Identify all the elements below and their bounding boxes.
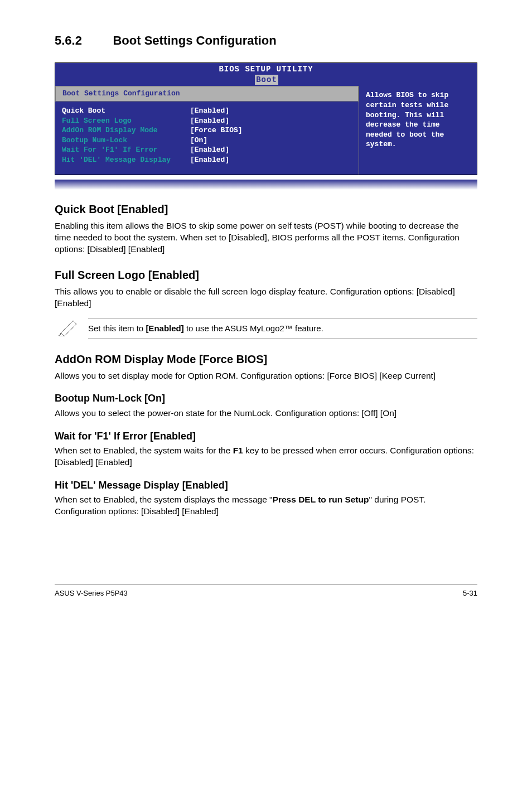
bios-setting-label: Full Screen Logo bbox=[62, 116, 190, 126]
bios-setting-label: Quick Boot bbox=[62, 106, 190, 116]
text-numlock: Allows you to select the power-on state … bbox=[55, 408, 477, 419]
pencil-icon bbox=[55, 317, 83, 340]
bios-setting-label: Wait For 'F1' If Error bbox=[62, 145, 190, 155]
bios-active-tab: Boot bbox=[255, 75, 278, 85]
hitdel-pre: When set to Enabled, the system displays… bbox=[55, 495, 273, 504]
bios-title-bar: BIOS SETUP UTILITY Boot bbox=[55, 63, 477, 86]
bios-setting-value: [Enabled] bbox=[190, 145, 229, 155]
bios-setting-value: [Enabled] bbox=[190, 116, 229, 126]
bios-settings-list: Quick Boot[Enabled] Full Screen Logo[Ena… bbox=[62, 106, 352, 165]
heading-full-screen: Full Screen Logo [Enabled] bbox=[55, 268, 477, 283]
heading-quick-boot: Quick Boot [Enabled] bbox=[55, 202, 477, 217]
note-post: to use the ASUS MyLogo2™ feature. bbox=[184, 323, 323, 333]
bios-content: Boot Settings Configuration Quick Boot[E… bbox=[55, 86, 477, 175]
heading-addon: AddOn ROM Display Mode [Force BIOS] bbox=[55, 352, 477, 367]
section-number: 5.6.2 bbox=[55, 32, 110, 49]
hitdel-bold: Press DEL to run Setup bbox=[273, 495, 369, 504]
text-full-screen: This allows you to enable or disable the… bbox=[55, 286, 477, 310]
bios-row: Hit 'DEL' Message Display[Enabled] bbox=[62, 155, 352, 165]
heading-numlock: Bootup Num-Lock [On] bbox=[55, 392, 477, 405]
bios-setting-label: Hit 'DEL' Message Display bbox=[62, 155, 190, 165]
page-footer: ASUS V-Series P5P43 5-31 bbox=[55, 584, 477, 598]
bios-setting-value: [Enabled] bbox=[190, 106, 229, 116]
note-pre: Set this item to bbox=[88, 323, 146, 333]
text-hitdel: When set to Enabled, the system displays… bbox=[55, 494, 477, 518]
bios-row: Wait For 'F1' If Error[Enabled] bbox=[62, 145, 352, 155]
section-header: 5.6.2 Boot Settings Configuration bbox=[55, 32, 477, 49]
bios-header-text: BIOS SETUP UTILITY bbox=[219, 65, 313, 74]
bios-panel-title: Boot Settings Configuration bbox=[55, 86, 359, 102]
footer-left: ASUS V-Series P5P43 bbox=[55, 588, 128, 598]
heading-hitdel: Hit 'DEL' Message Display [Enabled] bbox=[55, 479, 477, 492]
waitf1-pre: When set to Enabled, the system waits fo… bbox=[55, 446, 233, 455]
waitf1-bold: F1 bbox=[233, 446, 243, 455]
bios-row: AddOn ROM Display Mode[Force BIOS] bbox=[62, 125, 352, 136]
bios-setting-value: [Enabled] bbox=[190, 155, 229, 165]
note-callout: Set this item to [Enabled] to use the AS… bbox=[55, 317, 477, 340]
bios-row: Bootup Num-Lock[On] bbox=[62, 136, 352, 146]
bios-setting-label: Bootup Num-Lock bbox=[62, 136, 190, 146]
bios-screenshot: BIOS SETUP UTILITY Boot Boot Settings Co… bbox=[55, 62, 477, 176]
text-waitf1: When set to Enabled, the system waits fo… bbox=[55, 445, 477, 468]
bios-setting-label: AddOn ROM Display Mode bbox=[62, 125, 190, 136]
bios-help-panel: Allows BIOS to skip certain tests while … bbox=[359, 86, 477, 175]
text-addon: Allows you to set display mode for Optio… bbox=[55, 370, 477, 382]
bios-left-panel: Boot Settings Configuration Quick Boot[E… bbox=[55, 86, 359, 175]
bios-setting-value: [On] bbox=[190, 136, 207, 146]
bios-fade bbox=[55, 180, 477, 190]
note-text: Set this item to [Enabled] to use the AS… bbox=[88, 318, 477, 339]
heading-waitf1: Wait for 'F1' If Error [Enabled] bbox=[55, 429, 477, 443]
section-title: Boot Settings Configuration bbox=[113, 33, 276, 47]
text-quick-boot: Enabling this item allows the BIOS to sk… bbox=[55, 220, 477, 255]
bios-help-text: Allows BIOS to skip certain tests while … bbox=[366, 91, 448, 148]
bios-row: Quick Boot[Enabled] bbox=[62, 106, 352, 116]
note-bold: [Enabled] bbox=[146, 323, 183, 333]
bios-row: Full Screen Logo[Enabled] bbox=[62, 116, 352, 126]
bios-setting-value: [Force BIOS] bbox=[190, 125, 243, 136]
footer-right: 5-31 bbox=[463, 588, 477, 598]
